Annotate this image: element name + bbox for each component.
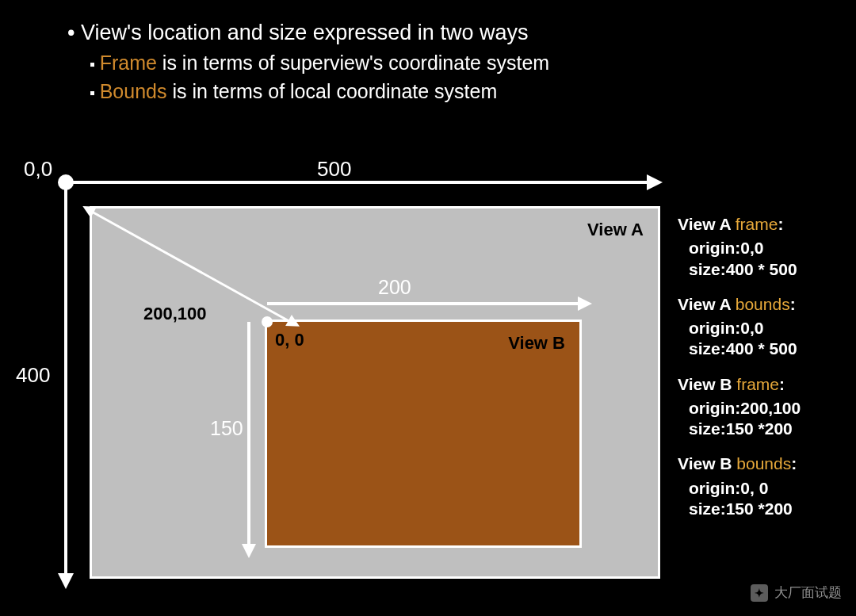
view-b-width-label: 200 — [378, 276, 411, 299]
info-view-a-frame: View A frame: origin:0,0 size:400 * 500 — [678, 214, 852, 280]
axis-x-label: 500 — [317, 157, 351, 182]
bullet-sub-frame: Frame is in terms of superview's coordin… — [90, 48, 549, 77]
info-colon: : — [790, 295, 796, 313]
info-heading: View B bounds: — [678, 453, 852, 474]
watermark-text: 大厂面试题 — [774, 583, 842, 602]
info-origin: origin:0,0 — [689, 238, 852, 258]
view-a-rect: View A 200,100 View B 0, 0 200 150 — [90, 206, 660, 579]
info-view-label: View A — [678, 215, 736, 233]
view-b-height-label: 150 — [210, 417, 243, 440]
coordinate-diagram: View A 200,100 View B 0, 0 200 150 — [66, 182, 676, 591]
info-origin: origin:0,0 — [689, 318, 852, 339]
x-axis-arrow-icon — [66, 181, 648, 184]
info-keyword: frame — [736, 375, 779, 393]
axis-origin-label: 0,0 — [24, 157, 52, 182]
info-heading: View B frame: — [678, 374, 852, 395]
view-b-height-arrow-icon — [247, 322, 250, 545]
bullet-main: View's location and size expressed in tw… — [67, 17, 549, 48]
info-view-a-bounds: View A bounds: origin:0,0 size:400 * 500 — [678, 294, 852, 360]
info-size: size:400 * 500 — [689, 339, 852, 359]
info-colon: : — [791, 454, 797, 473]
bullet-sub-bounds-rest: is in terms of local coordinate system — [166, 80, 497, 102]
info-origin: origin:0, 0 — [689, 478, 852, 499]
info-origin: origin:200,100 — [689, 398, 852, 419]
bullet-sub-frame-rest: is in terms of superview's coordinate sy… — [157, 52, 549, 74]
keyword-frame: Frame — [100, 52, 157, 74]
view-b-origin-dot-icon — [262, 316, 273, 327]
info-view-b-bounds: View B bounds: origin:0, 0 size:150 *200 — [678, 453, 852, 519]
info-keyword: frame — [736, 215, 778, 233]
info-keyword: bounds — [736, 454, 791, 473]
view-b-width-arrow-icon — [267, 302, 579, 305]
view-b-local-origin-label: 0, 0 — [275, 330, 304, 350]
view-b-title: View B — [508, 333, 565, 354]
info-colon: : — [778, 215, 783, 233]
info-panel: View A frame: origin:0,0 size:400 * 500 … — [678, 214, 852, 534]
wechat-icon: ✦ — [751, 584, 768, 602]
info-size: size:150 *200 — [689, 499, 852, 519]
info-size: size:400 * 500 — [689, 259, 852, 280]
info-view-label: View B — [678, 454, 736, 473]
view-b-origin-coord-label: 200,100 — [143, 304, 207, 324]
info-keyword: bounds — [736, 295, 790, 313]
info-colon: : — [779, 375, 785, 393]
keyword-bounds: Bounds — [100, 80, 167, 102]
bullet-sub-bounds: Bounds is in terms of local coordinate s… — [90, 77, 549, 105]
info-view-label: View B — [678, 375, 736, 393]
header-bullets: View's location and size expressed in tw… — [67, 17, 549, 106]
view-a-title: View A — [587, 220, 644, 240]
info-view-label: View A — [678, 295, 736, 313]
axis-y-label: 400 — [16, 363, 50, 388]
y-axis-arrow-icon — [64, 182, 67, 575]
info-heading: View A frame: — [678, 214, 852, 235]
info-size: size:150 *200 — [689, 419, 852, 439]
info-heading: View A bounds: — [678, 294, 852, 315]
info-view-b-frame: View B frame: origin:200,100 size:150 *2… — [678, 374, 852, 440]
view-b-rect: View B 0, 0 200 150 — [265, 319, 582, 548]
watermark: ✦ 大厂面试题 — [751, 583, 842, 602]
